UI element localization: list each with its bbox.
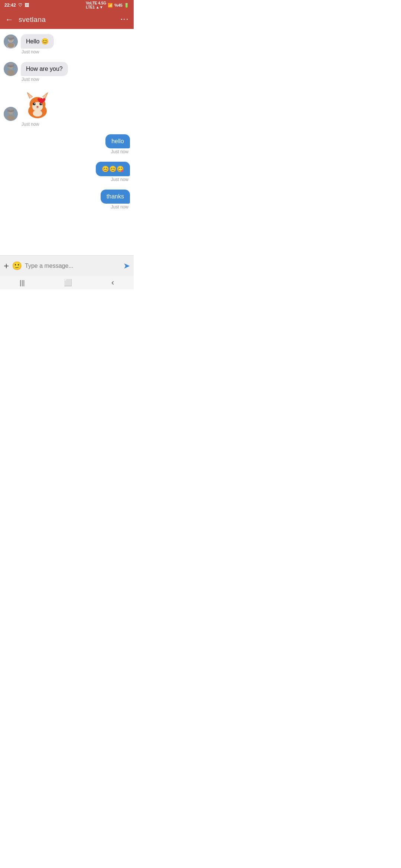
message-group-5: 😊😊😋 Just now bbox=[4, 162, 130, 186]
bubble-sent-5: 😊😊😋 bbox=[96, 162, 130, 176]
message-row-2: How are you? bbox=[4, 62, 130, 76]
message-group-2: How are you? Just now bbox=[4, 62, 130, 86]
svg-point-19 bbox=[8, 108, 14, 110]
image-icon: 🖼 bbox=[25, 3, 29, 8]
status-right: VoLTE 4.5GLTE1 ▲▼ 📶 %45 🔋 bbox=[86, 1, 129, 9]
back-nav-button[interactable]: ‹ bbox=[111, 278, 114, 287]
bottom-nav: ||| ⬜ ‹ bbox=[0, 276, 134, 289]
app-bar: ← svetlana ⋮ bbox=[0, 10, 134, 29]
recent-apps-button[interactable]: ||| bbox=[20, 279, 25, 287]
status-time: 22:42 bbox=[4, 3, 16, 8]
svg-point-32 bbox=[33, 110, 42, 116]
message-row-1: Hello 😊 bbox=[4, 34, 130, 49]
bubble-received-1: Hello 😊 bbox=[21, 34, 54, 49]
timestamp-4: Just now bbox=[4, 149, 128, 154]
svg-point-31 bbox=[36, 106, 38, 108]
message-group-4: hello Just now bbox=[4, 134, 130, 158]
heart-icon: ♡ bbox=[18, 3, 22, 8]
timestamp-5: Just now bbox=[4, 177, 128, 182]
bubble-sent-4: hello bbox=[105, 134, 130, 148]
timestamp-6: Just now bbox=[4, 204, 128, 210]
home-button[interactable]: ⬜ bbox=[64, 279, 72, 287]
timestamp-3: Just now bbox=[22, 122, 130, 127]
input-bar: + 🙂 ➤ bbox=[0, 255, 134, 276]
message-text-1: Hello 😊 bbox=[26, 38, 49, 45]
avatar-3 bbox=[4, 107, 18, 121]
battery-icon: 🔋 bbox=[124, 3, 129, 8]
battery-text: %45 bbox=[114, 3, 123, 7]
message-group-1: Hello 😊 Just now bbox=[4, 34, 130, 58]
message-row-6: thanks bbox=[4, 190, 130, 204]
send-button[interactable]: ➤ bbox=[123, 261, 130, 271]
message-row-4: hello bbox=[4, 134, 130, 148]
message-group-3: Just now bbox=[4, 89, 130, 131]
carrier-text: VoLTE 4.5GLTE1 ▲▼ bbox=[86, 1, 106, 9]
message-text-5: 😊😊😋 bbox=[102, 166, 124, 172]
timestamp-2: Just now bbox=[22, 77, 130, 82]
message-row-5: 😊😊😋 bbox=[4, 162, 130, 176]
message-text-2: How are you? bbox=[26, 66, 63, 72]
svg-point-7 bbox=[8, 36, 14, 38]
chat-area: Hello 😊 Just now How are you? Just now bbox=[0, 29, 134, 255]
message-text-4: hello bbox=[111, 138, 124, 144]
sticker-row-3 bbox=[4, 89, 130, 121]
status-left: 22:42 ♡ 🖼 bbox=[4, 3, 29, 8]
emoji-button[interactable]: 🙂 bbox=[12, 261, 22, 271]
svg-point-10 bbox=[7, 70, 14, 75]
back-button[interactable]: ← bbox=[5, 15, 13, 24]
avatar-2 bbox=[4, 62, 18, 76]
more-options-button[interactable]: ⋮ bbox=[120, 15, 128, 24]
bubble-received-2: How are you? bbox=[21, 62, 68, 76]
bubble-sent-6: thanks bbox=[101, 190, 130, 204]
status-bar: 22:42 ♡ 🖼 VoLTE 4.5GLTE1 ▲▼ 📶 %45 🔋 bbox=[0, 0, 134, 10]
svg-point-4 bbox=[7, 43, 14, 48]
signal-icon: 📶 bbox=[108, 3, 113, 8]
avatar-1 bbox=[4, 34, 18, 49]
svg-point-16 bbox=[7, 115, 14, 120]
timestamp-1: Just now bbox=[22, 49, 130, 55]
svg-point-29 bbox=[34, 103, 35, 104]
svg-point-13 bbox=[8, 63, 14, 65]
message-text-6: thanks bbox=[107, 193, 124, 200]
message-group-6: thanks Just now bbox=[4, 190, 130, 213]
chat-title: svetlana bbox=[19, 16, 120, 24]
sticker-fox bbox=[21, 89, 54, 121]
attach-button[interactable]: + bbox=[4, 261, 9, 271]
message-input[interactable] bbox=[25, 263, 120, 269]
